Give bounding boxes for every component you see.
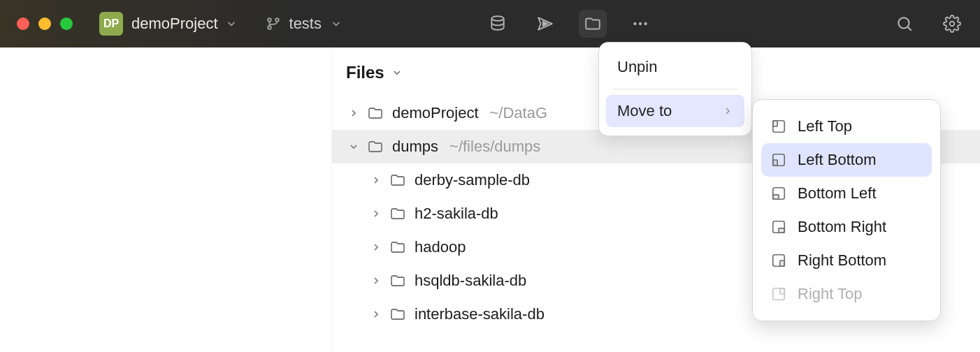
svg-point-9 bbox=[898, 17, 909, 28]
editor-area bbox=[0, 47, 331, 352]
chevron-right-icon bbox=[722, 105, 733, 117]
files-tool-window-icon[interactable] bbox=[579, 10, 607, 38]
chevron-right-icon[interactable] bbox=[346, 108, 361, 119]
more-icon[interactable] bbox=[626, 10, 654, 38]
tree-item-label: demoProject bbox=[392, 104, 479, 122]
project-avatar: DP bbox=[99, 12, 123, 36]
chevron-down-icon bbox=[391, 67, 403, 78]
tree-item-label: interbase-sakila-db bbox=[415, 305, 545, 323]
tree-item-label: derby-sample-db bbox=[415, 171, 530, 189]
vcs-branch-selector[interactable]: tests bbox=[266, 15, 343, 33]
dock-left-bottom-icon bbox=[771, 152, 786, 168]
panel-title: Files bbox=[346, 63, 384, 82]
dock-bottom-right-icon bbox=[771, 219, 786, 235]
submenu-item-left-bottom[interactable]: Left Bottom bbox=[761, 143, 932, 177]
minimize-window-button[interactable] bbox=[38, 17, 51, 30]
svg-line-10 bbox=[908, 27, 911, 31]
menu-item-label: Move to bbox=[617, 102, 672, 120]
svg-rect-13 bbox=[773, 121, 777, 126]
submenu-item-label: Bottom Right bbox=[798, 218, 886, 236]
svg-rect-23 bbox=[780, 288, 784, 294]
context-menu: Unpin Move to bbox=[598, 42, 752, 136]
svg-point-1 bbox=[268, 26, 271, 29]
dock-right-bottom-icon bbox=[771, 253, 786, 268]
tree-item-label: dumps bbox=[392, 138, 438, 156]
svg-rect-19 bbox=[779, 228, 784, 233]
svg-point-7 bbox=[639, 22, 642, 25]
tree-item-label: hsqldb-sakila-db bbox=[415, 272, 526, 290]
chevron-down-icon[interactable] bbox=[346, 141, 361, 152]
menu-separator bbox=[613, 89, 737, 89]
gear-icon[interactable] bbox=[938, 10, 966, 38]
folder-icon bbox=[389, 306, 406, 323]
submenu-item-right-bottom[interactable]: Right Bottom bbox=[761, 244, 932, 277]
folder-icon bbox=[367, 138, 384, 155]
run-icon[interactable] bbox=[531, 10, 559, 38]
submenu-item-label: Bottom Left bbox=[798, 184, 877, 203]
dock-right-top-icon bbox=[771, 286, 786, 302]
svg-point-2 bbox=[275, 18, 279, 22]
database-icon[interactable] bbox=[484, 10, 512, 38]
tree-item-label: hadoop bbox=[415, 238, 466, 256]
chevron-right-icon[interactable] bbox=[368, 208, 384, 219]
submenu-move-to: Left Top Left Bottom Bottom Left Bottom … bbox=[752, 99, 941, 321]
submenu-item-left-top[interactable]: Left Top bbox=[761, 110, 932, 143]
svg-point-0 bbox=[268, 18, 271, 22]
chevron-right-icon[interactable] bbox=[368, 175, 384, 186]
tree-item-label: h2-sakila-db bbox=[415, 205, 498, 223]
project-name-label[interactable]: demoProject bbox=[131, 15, 218, 33]
submenu-item-label: Right Top bbox=[798, 285, 863, 303]
submenu-item-label: Left Top bbox=[798, 117, 852, 135]
folder-icon bbox=[389, 172, 406, 189]
svg-point-11 bbox=[950, 22, 955, 27]
dock-left-top-icon bbox=[771, 119, 786, 134]
toolbar-actions bbox=[484, 10, 966, 38]
folder-icon bbox=[389, 205, 406, 222]
titlebar: DP demoProject tests bbox=[0, 0, 980, 47]
folder-icon bbox=[367, 105, 384, 122]
chevron-down-icon[interactable] bbox=[225, 17, 238, 30]
svg-point-3 bbox=[491, 16, 503, 21]
svg-rect-21 bbox=[780, 261, 784, 266]
close-window-button[interactable] bbox=[17, 17, 29, 30]
folder-icon bbox=[389, 272, 406, 289]
tree-item-path: ~/files/dumps bbox=[449, 138, 540, 156]
menu-item-label: Unpin bbox=[617, 58, 657, 76]
toolbar-far-right bbox=[709, 10, 966, 38]
submenu-item-right-top: Right Top bbox=[761, 277, 932, 311]
dock-bottom-left-icon bbox=[771, 186, 786, 201]
menu-item-move-to[interactable]: Move to bbox=[606, 95, 744, 127]
submenu-item-bottom-right[interactable]: Bottom Right bbox=[761, 210, 932, 244]
chevron-right-icon[interactable] bbox=[368, 275, 384, 286]
search-icon[interactable] bbox=[891, 10, 918, 38]
tree-item-path: ~/DataG bbox=[490, 104, 548, 122]
window-controls bbox=[17, 17, 73, 30]
svg-rect-15 bbox=[773, 160, 777, 166]
submenu-item-label: Left Bottom bbox=[798, 151, 877, 169]
chevron-right-icon[interactable] bbox=[368, 242, 384, 253]
svg-point-8 bbox=[644, 22, 647, 25]
chevron-down-icon bbox=[330, 17, 343, 30]
folder-icon bbox=[389, 239, 406, 256]
menu-item-unpin[interactable]: Unpin bbox=[606, 51, 744, 83]
branch-icon bbox=[266, 16, 281, 31]
submenu-item-bottom-left[interactable]: Bottom Left bbox=[761, 177, 932, 210]
svg-point-6 bbox=[633, 22, 636, 25]
fullscreen-window-button[interactable] bbox=[60, 17, 73, 30]
submenu-item-label: Right Bottom bbox=[798, 251, 886, 270]
branch-name-label: tests bbox=[289, 15, 322, 33]
svg-rect-17 bbox=[773, 195, 779, 199]
chevron-right-icon[interactable] bbox=[368, 309, 384, 320]
